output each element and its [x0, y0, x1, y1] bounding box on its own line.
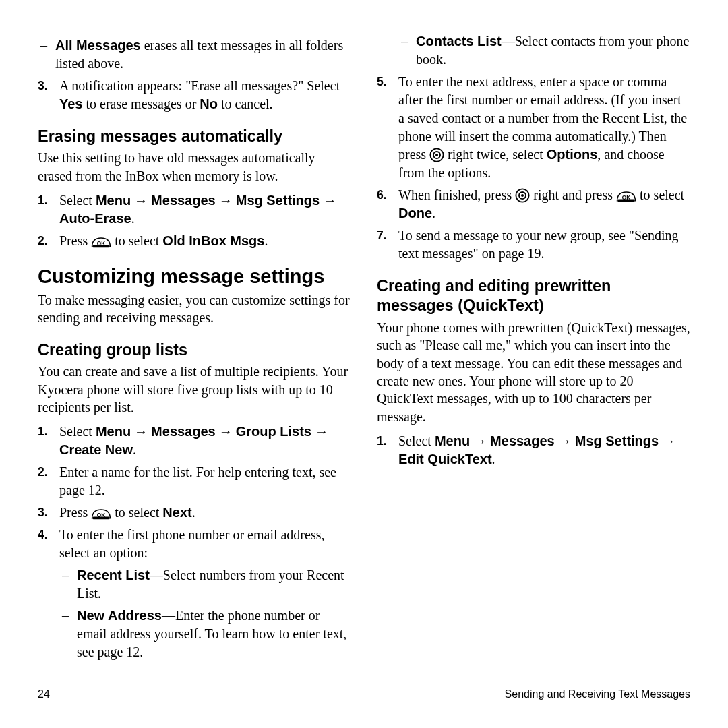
continued-dash-list: All Messages erases all text messages in…	[38, 36, 351, 73]
page-number: 24	[38, 689, 50, 700]
step-text: .	[192, 505, 195, 520]
heading-quicktext: Creating and editing prewritten messages…	[377, 276, 690, 316]
step-number: 1.	[377, 432, 387, 450]
step-number: 3.	[38, 504, 48, 521]
step-text: .	[264, 233, 268, 248]
step-text: .	[432, 206, 435, 220]
footer-title: Sending and Receiving Text Messages	[505, 689, 690, 700]
page-footer: 24 Sending and Receiving Text Messages	[38, 689, 690, 700]
paragraph: You can create and save a list of multip…	[38, 363, 351, 416]
inline-bold: Done	[398, 206, 432, 220]
paragraph: Use this setting to have old messages au…	[38, 149, 351, 185]
step-text: .	[131, 211, 135, 226]
nav-key-icon	[429, 148, 444, 162]
arrow-icon: →	[134, 424, 148, 439]
list-item: Recent List—Select numbers from your Rec…	[59, 566, 351, 603]
list-item: 7. To send a message to your new group, …	[377, 226, 690, 263]
arrow-icon: →	[662, 433, 675, 448]
heading-erasing-auto: Erasing messages automatically	[38, 127, 351, 146]
step-text: Select	[398, 433, 435, 448]
list-item: 2. Press to select Old InBox Msgs.	[38, 232, 351, 250]
step-text: Press	[59, 233, 91, 248]
inline-bold: Old InBox Msgs	[162, 233, 264, 248]
step-number: 7.	[377, 226, 387, 244]
inline-bold: No	[200, 96, 218, 111]
quicktext-steps: 1. Select Menu → Messages → Msg Settings…	[377, 432, 690, 468]
heading-customizing: Customizing message settings	[38, 265, 351, 289]
menu-path: Create New	[59, 442, 133, 457]
menu-path: Msg Settings	[236, 193, 320, 208]
arrow-icon: →	[219, 193, 233, 208]
arrow-icon: →	[473, 433, 487, 448]
inline-bold: Next	[162, 505, 191, 520]
heading-group-lists: Creating group lists	[38, 340, 351, 360]
step-text: .	[133, 442, 136, 457]
list-item: 1. Select Menu → Messages → Group Lists …	[38, 423, 351, 459]
step-text: .	[492, 452, 495, 466]
list-item: 6. When finished, press right and press …	[377, 186, 690, 222]
inline-bold: Options	[547, 147, 598, 162]
step-text: Enter a name for the list. For help ente…	[59, 464, 336, 497]
step-number: 2.	[38, 232, 48, 249]
dash-label: New Address	[77, 608, 162, 623]
dash-label: Contacts List	[416, 34, 502, 49]
step-text: to erase messages or	[82, 96, 200, 111]
step-text: to cancel.	[218, 96, 273, 111]
dash-label: Recent List	[77, 568, 150, 582]
list-item: 3. A notification appears: "Erase all me…	[38, 77, 351, 113]
step-number: 2.	[38, 463, 48, 481]
list-item: Contacts List—Select contacts from your …	[398, 32, 690, 69]
inline-bold: Yes	[59, 96, 82, 111]
arrow-icon: →	[323, 193, 336, 208]
nav-key-icon	[515, 188, 530, 203]
step-number: 4.	[38, 526, 48, 543]
menu-path: Messages	[151, 193, 216, 208]
step-text: right and press	[530, 187, 616, 202]
list-item: 1. Select Menu → Messages → Msg Settings…	[38, 191, 351, 228]
step-number: 1.	[38, 423, 48, 440]
step-number: 5.	[377, 73, 387, 90]
step-text: Select	[59, 424, 96, 439]
step-text: A notification appears: "Erase all messa…	[59, 78, 340, 93]
arrow-icon: →	[315, 424, 328, 439]
list-item: All Messages erases all text messages in…	[38, 36, 351, 73]
step-text: to select	[111, 233, 162, 248]
step-text: To enter the first phone number or email…	[59, 527, 324, 560]
step-number: 6.	[377, 186, 387, 204]
step-text: Select	[59, 193, 96, 208]
arrow-icon: →	[219, 424, 233, 439]
step-text: to select	[636, 187, 684, 202]
continued-steps: 3. A notification appears: "Erase all me…	[38, 77, 351, 113]
dash-label: All Messages	[55, 38, 141, 53]
list-item: New Address—Enter the phone number or em…	[59, 607, 351, 661]
step-text: to select	[111, 505, 162, 520]
step-text: When finished, press	[398, 187, 515, 202]
list-item: 2. Enter a name for the list. For help e…	[38, 463, 351, 499]
auto-erase-steps: 1. Select Menu → Messages → Msg Settings…	[38, 191, 351, 250]
list-item: 3. Press to select Next.	[38, 504, 351, 522]
ok-key-icon	[91, 235, 111, 247]
step-number: 3.	[38, 77, 48, 94]
arrow-icon: →	[558, 433, 572, 448]
list-item: 5. To enter the next address, enter a sp…	[377, 73, 690, 182]
list-item: 1. Select Menu → Messages → Msg Settings…	[377, 432, 690, 468]
menu-path: Group Lists	[236, 424, 311, 439]
arrow-icon: →	[134, 193, 148, 208]
menu-path: Auto-Erase	[59, 211, 131, 226]
menu-path: Msg Settings	[575, 433, 659, 448]
paragraph: Your phone comes with prewritten (QuickT…	[377, 319, 690, 425]
step-text: right twice, select	[444, 147, 547, 162]
ok-key-icon	[616, 189, 636, 201]
menu-path: Messages	[490, 433, 555, 448]
ok-key-icon	[91, 506, 111, 518]
menu-path: Messages	[151, 424, 216, 439]
step-number: 1.	[38, 191, 48, 209]
step-text: To send a message to your new group, see…	[398, 228, 679, 261]
menu-path: Edit QuickText	[398, 452, 492, 466]
step-text: Press	[59, 505, 91, 520]
menu-path: Menu	[96, 193, 131, 208]
paragraph: To make messaging easier, you can custom…	[38, 291, 351, 327]
menu-path: Menu	[435, 433, 470, 448]
menu-path: Menu	[96, 424, 131, 439]
